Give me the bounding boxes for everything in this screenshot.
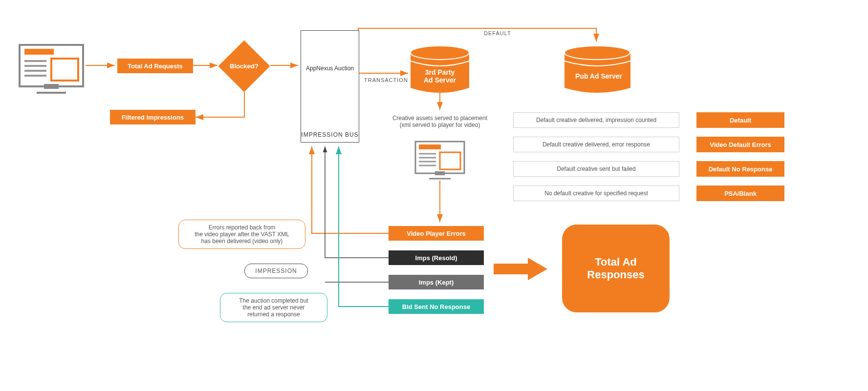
callout-errors: Errors reported back from the video play…	[178, 220, 305, 249]
pub-tag-2: Default No Response	[696, 161, 784, 177]
callout-auction: The auction completed but the end ad ser…	[220, 293, 327, 322]
diagram-stage: Total Ad Requests Blocked? Filtered Impr…	[0, 0, 868, 391]
monitor-icon-small	[415, 142, 464, 179]
svg-rect-8	[51, 59, 78, 81]
pub-tag-0: Default	[696, 112, 784, 128]
label-appnexus-auction: AppNexus Auction	[301, 65, 359, 72]
svg-point-26	[564, 46, 630, 60]
label-impression-bus: IMPRESSION BUS	[301, 131, 359, 138]
label-3rd-party-ad-server: 3rd Party Ad Server	[415, 68, 464, 84]
node-total-ad-requests: Total Ad Requests	[117, 59, 193, 73]
monitor-icon	[20, 45, 83, 93]
cylinder-pub-icon	[564, 46, 630, 93]
svg-rect-22	[440, 152, 460, 169]
node-impression-bus: AppNexus Auction IMPRESSION BUS	[301, 30, 359, 143]
label-pub-ad-server: Pub Ad Server	[567, 72, 630, 80]
svg-point-25	[411, 46, 469, 60]
edge-label-default: DEFAULT	[484, 30, 511, 36]
node-total-ad-responses: Total Ad Responses	[562, 225, 670, 312]
node-imps-kept: Imps (Kept)	[389, 275, 484, 289]
pub-row-0: Default creative delivered, impression c…	[513, 112, 679, 128]
node-imps-resold: Imps (Resold)	[389, 250, 484, 265]
edge-label-transaction: TRANSACTION	[364, 77, 408, 83]
node-filtered-impressions: Filtered Impressions	[110, 110, 195, 124]
pub-row-1: Default creative delivered, error respon…	[513, 137, 679, 152]
node-bid-sent-no-response: Bid Sent No Response	[389, 299, 484, 314]
label-creative-assets: Creative assets served to placement (xml…	[384, 115, 496, 128]
pub-row-2: Default creative sent but failed	[513, 161, 679, 177]
node-video-player-errors: Video Player Errors	[389, 226, 484, 241]
svg-rect-24	[494, 264, 528, 274]
svg-rect-17	[419, 144, 441, 149]
big-arrow-icon	[494, 258, 547, 280]
svg-rect-3	[24, 49, 54, 55]
pub-tag-1: Video Default Errors	[696, 137, 784, 152]
pub-row-3: No default creative for specified reques…	[513, 185, 679, 201]
pub-tag-3: PSA/Blank	[696, 185, 784, 201]
callout-impression: IMPRESSION	[244, 264, 308, 278]
